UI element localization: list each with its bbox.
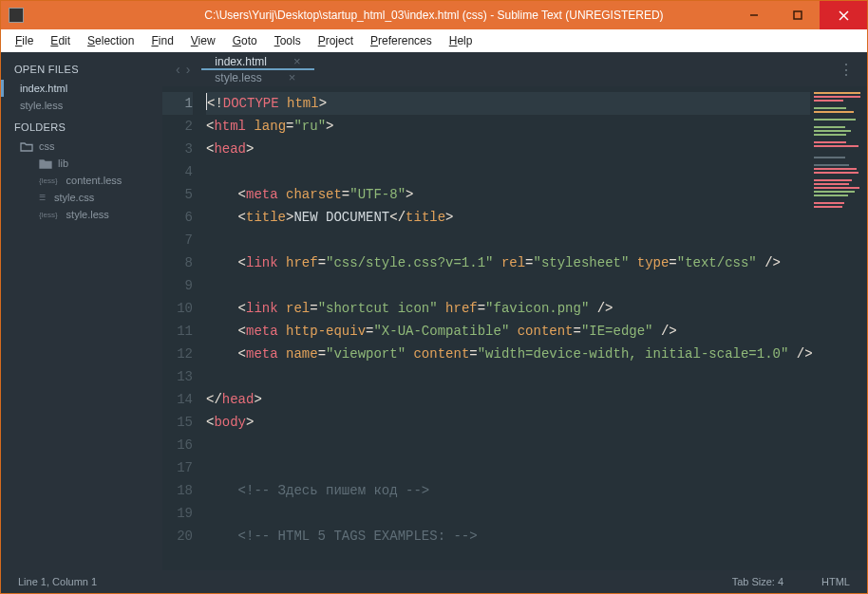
sidebar: OPEN FILES index.htmlstyle.less FOLDERS … bbox=[1, 52, 162, 570]
file-name: style.less bbox=[66, 209, 109, 220]
menu-view[interactable]: View bbox=[182, 31, 224, 50]
code-line[interactable] bbox=[206, 434, 810, 456]
folder-icon bbox=[20, 141, 33, 152]
status-position[interactable]: Line 1, Column 1 bbox=[18, 576, 97, 587]
tab[interactable]: index.html× bbox=[201, 54, 313, 70]
statusbar: Line 1, Column 1 Tab Size: 4 HTML bbox=[1, 570, 867, 593]
line-number: 6 bbox=[162, 206, 193, 229]
maximize-button[interactable] bbox=[776, 1, 820, 29]
tab-label: index.html bbox=[215, 55, 267, 68]
line-number: 3 bbox=[162, 138, 193, 160]
line-number: 15 bbox=[162, 411, 193, 434]
code-line[interactable]: <link rel="shortcut icon" href="favicon.… bbox=[206, 297, 810, 320]
editor[interactable]: 1234567891011121314151617181920 <!DOCTYP… bbox=[162, 86, 867, 570]
line-number: 14 bbox=[162, 388, 193, 411]
menubar: FileEditSelectionFindViewGotoToolsProjec… bbox=[1, 29, 867, 52]
code-line[interactable] bbox=[206, 502, 810, 525]
status-tab-size[interactable]: Tab Size: 4 bbox=[732, 576, 783, 587]
open-file[interactable]: index.html bbox=[1, 80, 162, 97]
folders-heading: FOLDERS bbox=[1, 114, 162, 138]
gutter: 1234567891011121314151617181920 bbox=[162, 86, 200, 570]
file-item[interactable]: ☰style.css bbox=[1, 189, 162, 206]
menu-find[interactable]: Find bbox=[142, 31, 181, 50]
menu-project[interactable]: Project bbox=[310, 31, 362, 50]
code-line[interactable] bbox=[206, 160, 810, 183]
folder-lib[interactable]: lib bbox=[1, 155, 162, 172]
line-number: 4 bbox=[162, 160, 193, 183]
file-item[interactable]: {less}content.less bbox=[1, 172, 162, 189]
code-line[interactable] bbox=[206, 274, 810, 297]
menu-tools[interactable]: Tools bbox=[266, 31, 310, 50]
close-icon[interactable]: × bbox=[289, 70, 296, 84]
line-number: 7 bbox=[162, 229, 193, 251]
code-line[interactable]: <link href="css/style.css?v=1.1" rel="st… bbox=[206, 251, 810, 274]
file-name: style.css bbox=[54, 192, 94, 203]
open-file[interactable]: style.less bbox=[1, 97, 162, 114]
code-line[interactable]: <head> bbox=[206, 138, 810, 160]
nav-forward-icon[interactable]: › bbox=[186, 62, 191, 77]
menu-file[interactable]: File bbox=[7, 31, 42, 50]
tab-overflow-icon[interactable]: ⋮ bbox=[825, 61, 867, 79]
line-number: 19 bbox=[162, 502, 193, 525]
line-number: 18 bbox=[162, 479, 193, 502]
nav-back-icon[interactable]: ‹ bbox=[176, 62, 180, 77]
minimap[interactable] bbox=[810, 86, 867, 570]
menu-edit[interactable]: Edit bbox=[42, 31, 79, 50]
file-item[interactable]: {less}style.less bbox=[1, 206, 162, 223]
folder-root[interactable]: css bbox=[1, 138, 162, 155]
line-number: 11 bbox=[162, 320, 193, 343]
line-number: 12 bbox=[162, 343, 193, 365]
folder-icon bbox=[39, 158, 52, 169]
line-number: 13 bbox=[162, 365, 193, 388]
line-number: 2 bbox=[162, 115, 193, 138]
file-type-icon: {less} bbox=[39, 176, 58, 185]
code-line[interactable] bbox=[206, 456, 810, 479]
code-line[interactable] bbox=[206, 365, 810, 388]
code-line[interactable]: <title>NEW DOCUMENT</title> bbox=[206, 206, 810, 229]
code-line[interactable]: <!-- Здесь пишем код --> bbox=[206, 479, 810, 502]
minimize-button[interactable] bbox=[732, 1, 776, 29]
line-number: 9 bbox=[162, 274, 193, 297]
tabbar: ‹ › index.html×style.less× ⋮ bbox=[162, 52, 867, 86]
line-number: 1 bbox=[162, 92, 193, 115]
code-line[interactable]: <!DOCTYPE html> bbox=[206, 92, 810, 115]
code-line[interactable]: <meta charset="UTF-8"> bbox=[206, 183, 810, 206]
file-type-icon: {less} bbox=[39, 211, 58, 219]
code-line[interactable]: <meta name="viewport" content="width=dev… bbox=[206, 343, 810, 365]
code-line[interactable]: <!-- HTML 5 TAGS EXAMPLES: --> bbox=[206, 525, 810, 548]
folder-root-label: css bbox=[39, 140, 55, 152]
menu-help[interactable]: Help bbox=[441, 31, 481, 50]
code-area[interactable]: <!DOCTYPE html><html lang="ru"><head> <m… bbox=[200, 86, 810, 570]
app-icon bbox=[9, 8, 24, 23]
code-line[interactable]: </head> bbox=[206, 388, 810, 411]
folder-lib-label: lib bbox=[58, 158, 68, 169]
file-name: content.less bbox=[66, 175, 123, 186]
line-number: 5 bbox=[162, 183, 193, 206]
tab[interactable]: style.less× bbox=[201, 70, 313, 84]
file-type-icon: ☰ bbox=[39, 194, 46, 202]
status-syntax[interactable]: HTML bbox=[821, 576, 850, 587]
line-number: 20 bbox=[162, 525, 193, 548]
menu-goto[interactable]: Goto bbox=[224, 31, 266, 50]
titlebar[interactable]: C:\Users\Yurij\Desktop\startup_html_03\i… bbox=[1, 1, 867, 29]
svg-rect-1 bbox=[794, 11, 802, 19]
code-line[interactable]: <meta http-equiv="X-UA-Compatible" conte… bbox=[206, 320, 810, 343]
line-number: 10 bbox=[162, 297, 193, 320]
line-number: 17 bbox=[162, 456, 193, 479]
close-icon[interactable]: × bbox=[293, 54, 301, 68]
code-line[interactable] bbox=[206, 229, 810, 251]
code-line[interactable]: <html lang="ru"> bbox=[206, 115, 810, 138]
menu-preferences[interactable]: Preferences bbox=[362, 31, 441, 50]
line-number: 8 bbox=[162, 251, 193, 274]
tab-label: style.less bbox=[215, 71, 261, 84]
open-files-heading: OPEN FILES bbox=[1, 56, 162, 80]
close-button[interactable] bbox=[820, 1, 867, 29]
menu-selection[interactable]: Selection bbox=[79, 31, 142, 50]
line-number: 16 bbox=[162, 434, 193, 456]
code-line[interactable]: <body> bbox=[206, 411, 810, 434]
